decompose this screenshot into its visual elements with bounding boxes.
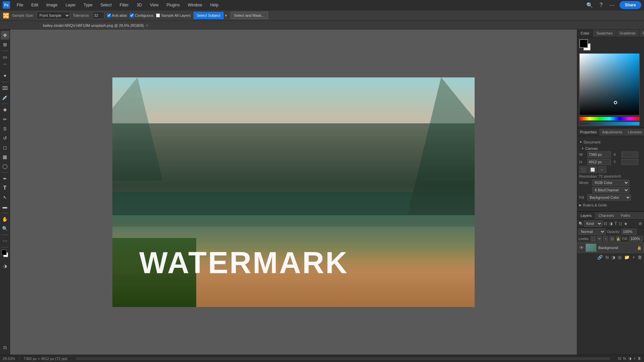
magic-wand-tool[interactable]: ✦ — [1, 71, 9, 80]
quick-mask-mode[interactable]: ◑ — [1, 262, 9, 270]
text-tool[interactable]: T — [1, 184, 9, 192]
tab-close-icon[interactable]: × — [146, 24, 148, 27]
filter-toggle-icon[interactable]: ⊘ — [638, 221, 643, 226]
eraser-tool[interactable]: ◻ — [1, 143, 9, 152]
help-icon[interactable]: ? — [598, 1, 605, 9]
brush-tool[interactable]: ✏ — [1, 115, 9, 124]
tolerance-input[interactable] — [93, 12, 104, 19]
delete-layer-icon[interactable]: 🗑 — [637, 255, 643, 260]
layer-visibility-icon[interactable]: 👁 — [580, 245, 584, 250]
status-icon-5[interactable]: 🗑 — [638, 356, 641, 361]
hand-tool[interactable]: ✋ — [1, 215, 9, 224]
menu-select[interactable]: Select — [99, 2, 113, 8]
dropdown-arrow-icon[interactable]: ▼ — [224, 14, 228, 17]
smart-filter-icon[interactable]: ◈ — [624, 221, 628, 226]
clone-stamp-tool[interactable]: S — [1, 124, 9, 133]
color-tab[interactable]: Color — [577, 29, 593, 37]
status-icon-4[interactable]: + — [634, 356, 636, 361]
path-select-tool[interactable]: ↖ — [1, 193, 9, 202]
mode-select[interactable]: RGB Color — [592, 180, 629, 186]
fg-bg-colors[interactable] — [1, 250, 9, 260]
horizontal-scrollbar[interactable] — [76, 357, 610, 360]
gradient-tool[interactable]: ▦ — [1, 153, 9, 161]
hue-slider[interactable] — [579, 117, 640, 121]
menu-plugins[interactable]: Plugins — [165, 2, 181, 8]
foreground-color[interactable] — [1, 250, 7, 255]
pixel-filter-icon[interactable]: ⊡ — [603, 221, 608, 226]
lock-transparent-btn[interactable]: ⬚ — [591, 236, 596, 241]
lock-all-btn[interactable]: 🔒 — [616, 236, 621, 241]
properties-tab[interactable]: Properties — [577, 128, 599, 136]
sample-all-layers-checkbox[interactable] — [156, 13, 160, 17]
shape-filter-icon[interactable]: ◻ — [618, 221, 623, 226]
share-button[interactable]: Share — [620, 1, 641, 9]
screen-mode[interactable]: ⊡ — [1, 343, 9, 352]
width-input[interactable] — [587, 152, 611, 158]
search-icon[interactable]: 🔍 — [584, 1, 595, 9]
dodge-tool[interactable]: ◯ — [1, 162, 9, 171]
paths-tab[interactable]: Paths — [618, 212, 634, 219]
marquee-tool[interactable]: ▭ — [1, 53, 9, 61]
channels-tab[interactable]: Channels — [595, 212, 617, 219]
select-subject-button[interactable]: Select Subject — [194, 12, 224, 19]
gradients-tab[interactable]: Gradients — [616, 29, 639, 37]
lasso-tool[interactable]: ⌒ — [1, 62, 9, 71]
swatches-tab[interactable]: Swatches — [593, 29, 616, 37]
menu-filter[interactable]: Filter — [118, 2, 130, 8]
crop-tool[interactable]: ⌧ — [1, 84, 9, 93]
select-and-mask-button[interactable]: Select and Mask... — [230, 12, 268, 19]
new-layer-icon[interactable]: + — [632, 255, 636, 260]
layer-mask-icon[interactable]: ◑ — [611, 255, 616, 260]
blend-mode-select[interactable]: Normal — [579, 229, 605, 235]
menu-edit[interactable]: Edit — [30, 2, 40, 8]
sample-all-layers-label[interactable]: Sample All Layers — [156, 13, 191, 17]
sample-size-select[interactable]: Point Sample — [37, 12, 70, 19]
adjustments-tab[interactable]: Adjustments — [599, 128, 625, 136]
anti-alias-checkbox[interactable] — [107, 13, 111, 17]
document-section-header[interactable]: Document — [579, 139, 642, 145]
menu-file[interactable]: File — [15, 2, 24, 8]
shape-tool[interactable]: ▬ — [1, 202, 9, 211]
rulers-grids-header[interactable]: Rulers & Grids — [579, 202, 642, 208]
color-gradient[interactable] — [579, 53, 640, 115]
zoom-tool[interactable]: 🔍 — [1, 224, 9, 233]
layer-filter-select[interactable]: Kind — [584, 221, 602, 227]
artboard-tool[interactable]: ⊞ — [1, 40, 9, 49]
adjustment-filter-icon[interactable]: ◑ — [608, 221, 613, 226]
eyedropper-tool[interactable]: 💉 — [1, 93, 9, 102]
contiguous-label[interactable]: Contiguous — [130, 13, 154, 17]
adjustment-layer-icon[interactable]: ◎ — [617, 255, 622, 260]
more-icon[interactable]: ⋯ — [607, 1, 617, 9]
layers-tab[interactable]: Layers — [577, 212, 595, 219]
height-input[interactable] — [587, 159, 611, 165]
libraries-tab[interactable]: Libraries — [625, 128, 644, 136]
text-filter-icon[interactable]: T — [614, 221, 618, 226]
menu-help[interactable]: Help — [209, 2, 220, 8]
canvas-area[interactable]: WATERMARK — [10, 29, 577, 355]
menu-view[interactable]: View — [149, 2, 160, 8]
history-brush-tool[interactable]: ↺ — [1, 134, 9, 142]
alpha-slider[interactable] — [579, 122, 640, 126]
rotate-btn[interactable]: ↔ — [598, 166, 606, 173]
menu-3d[interactable]: 3D — [135, 2, 143, 8]
anti-alias-label[interactable]: Anti-alias — [107, 13, 127, 17]
layer-link-icon[interactable]: 🔗 — [597, 255, 603, 260]
menu-image[interactable]: Image — [45, 2, 59, 8]
layer-group-icon[interactable]: 📁 — [624, 255, 630, 260]
lock-artboard-btn[interactable]: ⊡ — [609, 236, 614, 241]
lock-image-btn[interactable]: ✏ — [597, 236, 602, 241]
move-tool[interactable]: ✥ — [1, 31, 9, 40]
contiguous-checkbox[interactable] — [130, 13, 134, 17]
status-icon-1[interactable]: ⊡ — [618, 356, 621, 361]
foreground-color-swatch[interactable] — [579, 39, 588, 48]
menu-layer[interactable]: Layer — [64, 2, 77, 8]
fill-select[interactable]: Background Color — [587, 194, 631, 200]
layer-item[interactable]: 👁 Background 🔒 — [577, 242, 644, 253]
status-icon-2[interactable]: fx — [623, 356, 626, 361]
status-icon-3[interactable]: ◑ — [628, 356, 632, 361]
y-input[interactable] — [622, 159, 638, 165]
pen-tool[interactable]: ✒ — [1, 174, 9, 183]
document-tab[interactable]: bailey-zindel-NRQV-h8F10M-unsplash.png @… — [39, 22, 152, 29]
patterns-tab[interactable]: Patterns — [639, 29, 644, 37]
bits-select[interactable]: 8 Bits/Channel — [592, 187, 629, 193]
